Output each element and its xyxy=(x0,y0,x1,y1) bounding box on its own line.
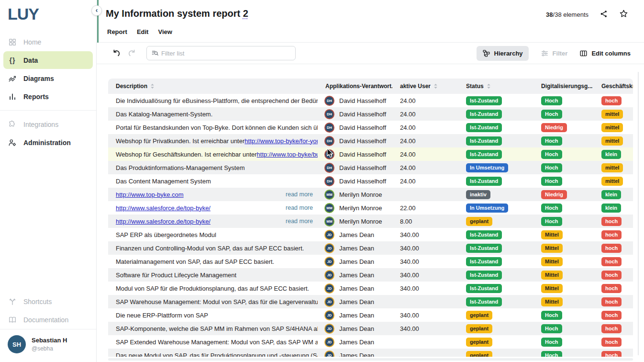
sidebar-footer: ShortcutsDocumentation SH Sebastian H @s… xyxy=(0,292,96,362)
user-account[interactable]: SH Sebastian H @sebha xyxy=(0,329,96,362)
table-row[interactable]: Die Individuallösung für eBusiness-Platt… xyxy=(108,94,633,107)
table-row[interactable]: http://www.salesforce.de/top-byke/read m… xyxy=(108,215,633,228)
read-more-link[interactable]: read more xyxy=(286,204,318,211)
status-badge: Ist-Zustand xyxy=(466,96,502,105)
cell-criticality: hoch xyxy=(594,335,633,349)
table-row[interactable]: SAP ERP als übergeordnetes ModulJDJames … xyxy=(108,228,633,241)
column-header-gesch-ftskritik[interactable]: Geschäftskritik xyxy=(594,79,633,94)
sidebar-item-home[interactable]: Home xyxy=(3,33,93,51)
table-row[interactable]: Modul von SAP für die Produktionsplanung… xyxy=(108,282,633,295)
table-row[interactable]: Die neue ERP-Plattform von SAPJDJames De… xyxy=(108,308,633,322)
table-row[interactable]: Das Content Management SystemDHDavid Has… xyxy=(108,174,633,188)
cell-description: Das Produktinformations-Management Syste… xyxy=(108,161,318,174)
column-header-aktive-user[interactable]: aktive User xyxy=(392,79,458,94)
status-badge: hoch xyxy=(601,217,622,226)
table-row[interactable]: Webshop für Geschäftskunden. Ist erreich… xyxy=(108,147,633,161)
edit-columns-button[interactable]: Edit columns xyxy=(579,49,631,57)
menu-item-report[interactable]: Report xyxy=(107,28,127,35)
table-row[interactable]: SAP Extended Warehouse Management: Modul… xyxy=(108,335,633,349)
table-row[interactable]: Portal für Bestandskunden von Top-Byke. … xyxy=(108,121,633,134)
cell-criticality: hoch xyxy=(594,241,633,255)
filter-button[interactable]: Filter xyxy=(541,49,568,57)
table-row[interactable]: Finanzen und Controlling-Modul von SAP, … xyxy=(108,241,633,255)
cell-status: geplant xyxy=(458,349,533,357)
menu-item-edit[interactable]: Edit xyxy=(137,28,149,35)
status-badge: Ist-Zustand xyxy=(466,271,502,280)
sidebar-item-reports[interactable]: Reports xyxy=(3,88,93,105)
cell-owner: DHDavid Hasselhoff xyxy=(318,107,392,121)
horizontal-scrollbar[interactable] xyxy=(108,358,633,361)
sidebar-item-shortcuts[interactable]: Shortcuts xyxy=(3,293,93,310)
cell-status: inaktiv xyxy=(458,188,533,201)
cell-active-users xyxy=(392,335,458,349)
documentation-icon xyxy=(8,316,17,324)
sidebar-item-diagrams[interactable]: Diagrams xyxy=(3,69,93,87)
avatar: JD xyxy=(324,310,334,320)
cell-owner: JDJames Dean xyxy=(318,268,392,282)
cell-status: In Umsetzung xyxy=(458,161,533,174)
description-text: Die Individuallösung für eBusiness-Platt… xyxy=(116,97,318,104)
cell-criticality: hoch xyxy=(594,349,633,357)
favorite-button[interactable] xyxy=(619,9,628,20)
table-row[interactable]: http://www.salesforce.de/top-byke/read m… xyxy=(108,201,633,215)
table-row[interactable]: Das Katalog-Management-System.DHDavid Ha… xyxy=(108,107,633,121)
sidebar-item-data[interactable]: {}Data xyxy=(3,51,93,69)
cell-criticality: hoch xyxy=(594,94,633,107)
cell-owner: DHDavid Hasselhoff xyxy=(318,174,392,188)
description-text: SAP-Komponente, welche die SAP MM im Rah… xyxy=(116,325,318,332)
column-label: Description xyxy=(116,83,147,90)
redo-button[interactable] xyxy=(127,49,136,58)
cell-active-users: 340.00 xyxy=(392,268,458,282)
sidebar-item-administration[interactable]: Administration xyxy=(3,134,93,151)
table-row[interactable]: Das Produktinformations-Management Syste… xyxy=(108,161,633,174)
status-badge: Mittel xyxy=(541,244,563,253)
hierarchy-button[interactable]: Hierarchy xyxy=(477,46,529,61)
table-row[interactable]: Materialmanagement von SAP, das auf SAP … xyxy=(108,255,633,268)
table-row[interactable]: Das neue Modul von SAP, das für Produkti… xyxy=(108,349,633,357)
cell-active-users: 340.00 xyxy=(392,282,458,295)
cell-active-users: 340.00 xyxy=(392,228,458,241)
star-icon xyxy=(619,9,628,20)
column-label: Geschäftskritik xyxy=(601,83,633,90)
sidebar-collapse-button[interactable]: ‹ xyxy=(91,5,102,16)
status-badge: Ist-Zustand xyxy=(466,284,502,293)
avatar: MM xyxy=(324,216,334,226)
main-content: My Information system report 2 ReportEdi… xyxy=(97,0,644,362)
column-header-applikations-verantwort---[interactable]: Applikations-Verantwort... xyxy=(318,79,392,94)
description-link[interactable]: http://www.salesforce.de/top-byke/ xyxy=(116,218,211,225)
table-row[interactable]: SAP-Komponente, welche die SAP MM im Rah… xyxy=(108,322,633,335)
menu-item-view[interactable]: View xyxy=(158,28,172,35)
table-row[interactable]: Software für Product Lifecycle Managemen… xyxy=(108,268,633,282)
column-header-digitalisierungsg---[interactable]: Digitalisierungsg... xyxy=(533,79,594,94)
column-header-description[interactable]: Description xyxy=(108,79,318,94)
cell-digitalization: Mittel xyxy=(533,282,594,295)
vertical-scrollbar[interactable] xyxy=(638,72,639,355)
sidebar-item-integrations[interactable]: Integrations xyxy=(3,115,93,133)
page-title-number: 2 xyxy=(243,8,248,19)
description-link[interactable]: http://www.salesforce.de/top-byke/ xyxy=(116,204,211,212)
cell-digitalization: Niedrig xyxy=(533,121,594,134)
table-row[interactable]: Webshop für Privatkunden. Ist erreichbar… xyxy=(108,134,633,147)
cell-description: SAP-Komponente, welche die SAP MM im Rah… xyxy=(108,322,318,335)
read-more-link[interactable]: read more xyxy=(286,218,318,225)
table-row[interactable]: SAP Warehouse Management: Modul von SAP,… xyxy=(108,295,633,308)
data-icon: {} xyxy=(8,57,17,64)
description-link[interactable]: http://www.top-byke/for-you/ xyxy=(244,137,318,145)
cell-criticality: hoch xyxy=(594,308,633,322)
cell-description: Portal für Bestandskunden von Top-Byke. … xyxy=(108,121,318,134)
sidebar-item-documentation[interactable]: Documentation xyxy=(3,311,93,328)
column-header-status[interactable]: Status xyxy=(458,79,533,94)
filter-list-input[interactable] xyxy=(161,50,291,57)
cell-owner: JDJames Dean xyxy=(318,241,392,255)
owner-name: Merilyn Monroe xyxy=(339,191,382,198)
share-button[interactable] xyxy=(600,10,608,20)
undo-button[interactable] xyxy=(112,49,121,58)
description-link[interactable]: http://www.top-byke.com xyxy=(116,191,184,198)
status-badge: Ist-Zustand xyxy=(466,244,502,253)
table-row[interactable]: http://www.top-byke.comread moreMMMerily… xyxy=(108,188,633,201)
description-link[interactable]: http://www.top-byke/business/ xyxy=(257,151,318,158)
cell-owner: MMMerilyn Monroe xyxy=(318,215,392,228)
cell-active-users xyxy=(392,349,458,357)
cell-digitalization: Mittel xyxy=(533,295,594,308)
read-more-link[interactable]: read more xyxy=(286,191,318,198)
